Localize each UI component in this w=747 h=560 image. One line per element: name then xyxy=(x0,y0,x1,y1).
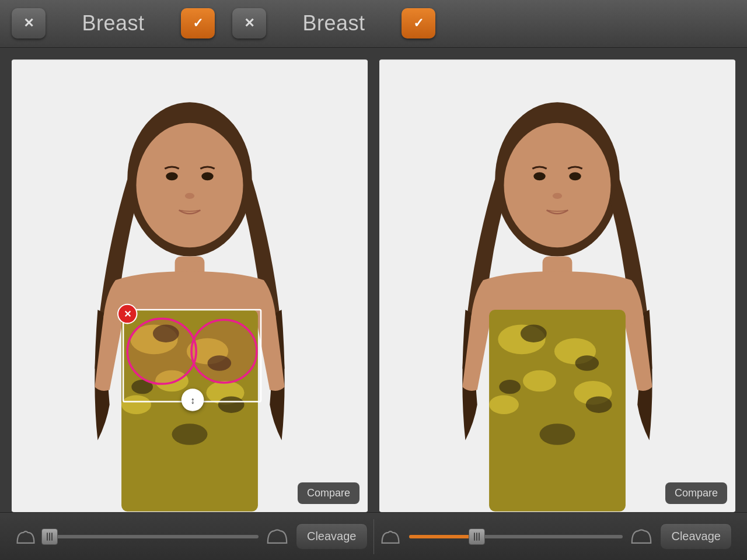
left-breast-icon-small xyxy=(15,528,36,545)
svg-point-4 xyxy=(166,172,177,180)
svg-point-17 xyxy=(172,424,208,445)
bottom-toolbar: Cleavage Cleavage xyxy=(0,512,747,560)
svg-point-43 xyxy=(540,424,575,445)
left-cancel-icon: ✕ xyxy=(23,16,34,31)
right-compare-button[interactable]: Compare xyxy=(665,482,727,504)
main-area: ✕ ↕ Compare xyxy=(0,48,747,513)
svg-point-40 xyxy=(575,355,599,370)
right-slider[interactable] xyxy=(409,535,623,538)
svg-point-6 xyxy=(185,192,194,198)
svg-point-30 xyxy=(533,172,545,180)
left-cancel-button[interactable]: ✕ xyxy=(12,8,46,38)
left-image-container: ✕ ↕ Compare xyxy=(12,60,368,513)
right-cleavage-button[interactable]: Cleavage xyxy=(660,523,732,550)
svg-point-36 xyxy=(523,370,556,391)
svg-point-31 xyxy=(569,172,581,180)
svg-point-42 xyxy=(586,396,612,412)
left-bottom-controls: Cleavage xyxy=(9,523,374,550)
left-compare-button[interactable]: Compare xyxy=(298,482,359,504)
right-panel-title: Breast xyxy=(275,11,392,36)
left-slider[interactable] xyxy=(44,535,259,538)
right-confirm-icon: ✓ xyxy=(413,16,424,31)
svg-point-41 xyxy=(499,380,521,394)
svg-point-38 xyxy=(489,395,519,414)
svg-point-32 xyxy=(553,192,562,198)
left-panel-controls: ✕ Breast ✓ xyxy=(12,8,215,38)
left-confirm-button[interactable]: ✓ xyxy=(181,8,215,38)
svg-point-19 xyxy=(127,318,196,384)
svg-text:↕: ↕ xyxy=(190,394,195,405)
right-slider-thumb-lines xyxy=(474,533,480,541)
left-panel-title: Breast xyxy=(55,11,172,36)
right-confirm-button[interactable]: ✓ xyxy=(402,8,435,38)
left-cleavage-button[interactable]: Cleavage xyxy=(296,523,368,550)
right-image-panel: Compare xyxy=(379,60,735,513)
right-bottom-controls: Cleavage xyxy=(374,523,738,550)
right-cancel-button[interactable]: ✕ xyxy=(232,8,266,38)
svg-point-12 xyxy=(121,395,151,414)
toolbar: ✕ Breast ✓ ✕ Breast ✓ xyxy=(0,0,747,48)
left-confirm-icon: ✓ xyxy=(193,16,203,31)
svg-point-29 xyxy=(504,123,611,247)
right-image-container: Compare xyxy=(379,60,735,513)
svg-point-16 xyxy=(218,396,245,412)
right-person-image xyxy=(379,60,735,513)
left-person-image: ✕ ↕ xyxy=(12,60,368,513)
left-image-panel: ✕ ↕ Compare xyxy=(12,60,368,513)
svg-point-20 xyxy=(191,320,257,383)
right-breast-icon-large xyxy=(631,528,652,545)
right-cancel-icon: ✕ xyxy=(244,16,254,31)
right-breast-icon-small xyxy=(380,528,401,545)
right-panel-controls: ✕ Breast ✓ xyxy=(232,8,435,38)
svg-point-5 xyxy=(201,172,213,180)
slider-thumb-lines xyxy=(47,533,53,541)
svg-text:✕: ✕ xyxy=(124,309,131,319)
left-breast-icon-large xyxy=(267,528,288,545)
svg-point-39 xyxy=(521,324,547,342)
svg-point-3 xyxy=(137,123,243,247)
